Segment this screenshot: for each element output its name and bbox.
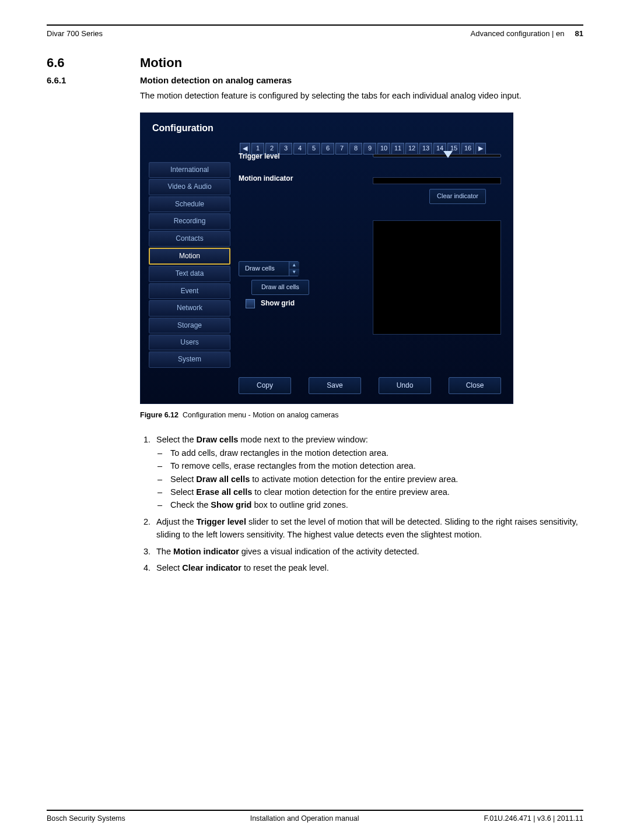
sidebar-item-event[interactable]: Event (149, 283, 230, 299)
trigger-level-label: Trigger level (239, 152, 280, 161)
page-number: 81 (575, 29, 583, 38)
subsection-title: Motion detection on analog cameras (140, 75, 292, 85)
save-button[interactable]: Save (309, 377, 361, 394)
draw-cells-label: Draw cells (245, 264, 275, 273)
sidebar-item-system[interactable]: System (149, 352, 230, 367)
step-4: Select Clear indicator to reset the peak… (153, 561, 583, 574)
step-1-sub-2: To remove cells, erase rectangles from t… (170, 459, 583, 472)
sidebar-item-network[interactable]: Network (149, 300, 230, 316)
sidebar-item-text-data[interactable]: Text data (149, 266, 230, 282)
step-2: Adjust the Trigger level slider to set t… (153, 515, 583, 542)
section-number: 6.6 (47, 55, 117, 71)
footer-left: Bosch Security Systems (47, 814, 125, 823)
sidebar-item-video-audio[interactable]: Video & Audio (149, 179, 230, 195)
sidebar-item-recording[interactable]: Recording (149, 213, 230, 229)
sidebar-item-contacts[interactable]: Contacts (149, 231, 230, 247)
motion-indicator-label: Motion indicator (239, 174, 293, 184)
intro-paragraph: The motion detection feature is configur… (140, 90, 583, 102)
draw-all-cells-button[interactable]: Draw all cells (251, 280, 309, 295)
step-1: Select the Draw cells mode next to the p… (153, 433, 583, 512)
preview-window[interactable] (373, 220, 501, 335)
copy-button[interactable]: Copy (239, 377, 291, 394)
figure-caption: Figure 6.12 Configuration menu - Motion … (140, 410, 583, 420)
clear-indicator-button[interactable]: Clear indicator (429, 189, 486, 204)
sidebar-item-schedule[interactable]: Schedule (149, 196, 230, 212)
header-section: Advanced configuration | en (471, 29, 565, 38)
spinner-up-icon[interactable]: ▲ (289, 262, 299, 269)
step-3: The Motion indicator gives a visual indi… (153, 545, 583, 558)
step-1-sub-3: Select Draw all cells to activate motion… (170, 473, 583, 486)
sidebar-item-motion[interactable]: Motion (149, 248, 230, 265)
undo-button[interactable]: Undo (379, 377, 431, 394)
header-left: Divar 700 Series (47, 29, 103, 38)
config-title: Configuration (152, 121, 501, 135)
show-grid-label: Show grid (261, 298, 295, 308)
motion-indicator-bar (373, 177, 501, 184)
draw-cells-dropdown[interactable]: Draw cells ▲ ▼ (239, 261, 299, 276)
subsection-number: 6.6.1 (47, 75, 117, 85)
step-1-sub-5: Check the Show grid box to outline grid … (170, 498, 583, 511)
step-1-sub-1: To add cells, draw rectangles in the mot… (170, 447, 583, 459)
configuration-panel: Configuration ◀ 1 2 3 4 5 6 7 8 9 10 11 … (140, 113, 513, 404)
footer-center: Installation and Operation manual (250, 814, 359, 823)
config-content: Trigger level Motion indicator Clear ind… (239, 149, 501, 366)
step-1-sub-4: Select Erase all cells to clear motion d… (170, 486, 583, 498)
show-grid-checkbox[interactable] (246, 299, 255, 308)
sidebar-item-users[interactable]: Users (149, 335, 230, 350)
spinner-down-icon[interactable]: ▼ (289, 269, 299, 276)
config-sidebar: International Video & Audio Schedule Rec… (149, 162, 230, 368)
close-button[interactable]: Close (449, 377, 501, 394)
trigger-level-slider[interactable] (373, 154, 501, 157)
section-title: Motion (140, 55, 182, 71)
slider-thumb-icon[interactable] (443, 151, 453, 158)
sidebar-item-storage[interactable]: Storage (149, 318, 230, 333)
sidebar-item-international[interactable]: International (149, 162, 230, 178)
footer-right: F.01U.246.471 | v3.6 | 2011.11 (484, 814, 583, 823)
instruction-steps: Select the Draw cells mode next to the p… (140, 433, 583, 575)
